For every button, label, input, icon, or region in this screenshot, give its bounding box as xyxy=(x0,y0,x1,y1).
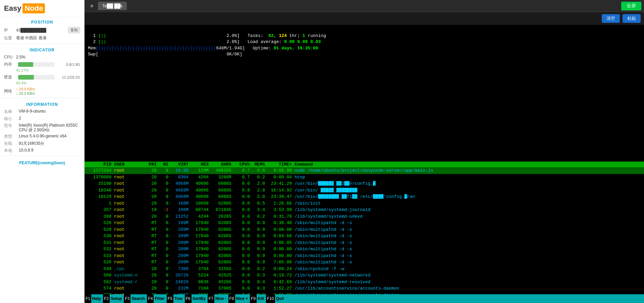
col-pri: PRI xyxy=(142,162,157,167)
net-indicator: 网络 ↑ 20.5 KB/s ↓ 10.2 KB/s xyxy=(0,86,84,96)
fn-key-label: F10 xyxy=(266,294,275,303)
feature-title: FEATURE(comingSoon) xyxy=(0,157,84,167)
fn-key-label: F5 xyxy=(167,294,173,303)
disk-bar xyxy=(18,75,55,80)
table-row: 357root19-1166M6874467184 S0.03.4 3:53.9… xyxy=(85,207,644,213)
top-right-buttons: 全屏 xyxy=(621,2,641,10)
col-user: USER xyxy=(111,162,142,167)
mem-bar-fill xyxy=(18,62,33,67)
table-row: 529rootRT0209M179408200 S0.00.9 0:00.00/… xyxy=(85,226,644,233)
col-res: RES xyxy=(189,162,209,167)
col-pid: PID xyxy=(88,162,111,167)
table-row: 574root200232M71043700 S0.00.3 1:52.27/u… xyxy=(85,285,644,292)
type-row: 类型 Linux 5.4.0-90-generic x64 xyxy=(0,133,84,140)
col-s: S xyxy=(229,162,235,167)
function-key-bar: F1HelpF2SetupF3SearchF4FilterF5TreeF6Sor… xyxy=(85,294,644,303)
fn-f10-button[interactable]: F10Quit xyxy=(266,294,286,303)
tab-label: Te██ ██k xyxy=(102,3,123,8)
table-row: 526rootRT0209M179408200 S0.00.9 7:05.06/… xyxy=(85,259,644,266)
core-value: 2 xyxy=(19,116,80,122)
model-label: 型号 xyxy=(4,123,16,132)
type-label: 类型 xyxy=(4,134,16,139)
fn-f6-button[interactable]: F6SortBy xyxy=(185,294,208,303)
col-ni: NI xyxy=(157,162,168,167)
disk-size: 12.2/28.2G xyxy=(57,75,80,79)
table-row: 388root2002125242442828 S0.00.2 0:31.76/… xyxy=(85,213,644,220)
copy-ip-button[interactable]: 复制 xyxy=(68,27,80,33)
fn-f3-button[interactable]: F3Search xyxy=(124,294,147,303)
logo-area: Easy Node xyxy=(0,0,84,17)
location-row: 位置 香港 中西区 香港 xyxy=(0,34,84,42)
fn-key-label: F6 xyxy=(185,294,192,303)
net-label: 网络 xyxy=(4,88,16,94)
fn-action-label: SortBy xyxy=(192,296,208,301)
fn-action-label: Nice - xyxy=(214,296,228,301)
col-cmd: Command xyxy=(292,162,313,167)
fn-f7-button[interactable]: F7Nice - xyxy=(208,294,228,303)
disk-pct: 43.4% xyxy=(16,81,26,85)
fullscreen-button[interactable]: 全屏 xyxy=(621,2,641,10)
vm-name-label: 名称 xyxy=(4,109,16,115)
terminal-output[interactable]: 1 [|| 2.0%] Tasks: 62, 124 thr; 1 runnin… xyxy=(85,25,644,162)
ip-label: IP xyxy=(4,28,16,33)
main-content: + Te██ ██k 全屏 清空 粘贴 1 [|| 2.0%] Tasks: 6… xyxy=(85,0,644,303)
htop-table-area: PID USER PRI NI VIRT RES SHR S CPU% MEM%… xyxy=(85,162,644,294)
process-list: 1377264root20010.9G119M40620 S0.76.0 0:0… xyxy=(85,167,644,294)
tabbar: + Te██ ██k 全屏 xyxy=(85,0,644,12)
type-value: Linux 5.4.0-90-generic x64 xyxy=(19,134,80,139)
net-up: ↑ 20.5 KB/s xyxy=(16,87,35,91)
model-value: Intel(R) Xeon(R) Platinum 8255C CPU @ 2.… xyxy=(19,123,80,132)
mem-line: Mem xyxy=(88,46,96,51)
position-title: POSITION xyxy=(0,17,84,26)
vm-name-value: VM-8-9-ubuntu xyxy=(19,109,80,115)
disk-bar-fill xyxy=(18,75,34,80)
disk-label: 硬盘 xyxy=(4,74,16,80)
table-row: 562systemd-r2002402886364528 S0.00.4 0:4… xyxy=(85,279,644,286)
fn-f2-button[interactable]: F2Setup xyxy=(103,294,124,303)
fn-f5-button[interactable]: F5Tree xyxy=(167,294,185,303)
model-row: 型号 Intel(R) Xeon(R) Platinum 8255C CPU @… xyxy=(0,122,84,133)
add-tab-button[interactable]: + xyxy=(87,3,97,9)
cpu2-line: 2 xyxy=(88,39,98,44)
clear-button[interactable]: 清空 xyxy=(602,14,620,23)
fn-f9-button[interactable]: F9Kill xyxy=(250,294,266,303)
core-row: 核心 2 xyxy=(0,115,84,122)
table-row: 18340root2004868M400966088 S0.02.0 16:14… xyxy=(85,187,644,194)
fn-action-label: Quit xyxy=(275,296,286,301)
fn-key-label: F8 xyxy=(228,294,235,303)
table-row: 1377264root20010.9G119M40620 S0.76.0 0:0… xyxy=(85,167,644,174)
mem-size: 0.8/1.9G xyxy=(57,62,80,67)
paste-button[interactable]: 粘贴 xyxy=(623,14,641,23)
online-row: 在线 91天16时35分 xyxy=(0,140,84,147)
sidebar: Easy Node POSITION IP 43█████████ 复制 位置 … xyxy=(0,0,85,303)
local-label: 本地 xyxy=(4,148,16,154)
table-row: 1378080root200830442643288 R0.70.2 0:00.… xyxy=(85,174,644,181)
table-row: 560systemd-n2002672852244252 S0.00.3 0:1… xyxy=(85,272,644,279)
mem-pct: 41.17% xyxy=(16,68,29,72)
fn-key-label: F9 xyxy=(250,294,257,303)
vm-name-row: 名称 VM-8-9-ubuntu xyxy=(0,108,84,115)
tab-terminal[interactable]: Te██ ██k xyxy=(98,2,127,10)
logo-easy: Easy xyxy=(4,4,21,13)
indicator-title: INDICATOR xyxy=(0,45,84,54)
mem-bar xyxy=(18,62,55,67)
cpu-label: CPU xyxy=(4,55,16,59)
fn-f1-button[interactable]: F1Help xyxy=(85,294,103,303)
location-label: 位置 xyxy=(4,35,16,41)
mem-pct-row: 41.17% xyxy=(0,68,84,73)
ip-row: IP 43█████████ 复制 xyxy=(0,26,84,34)
fn-f4-button[interactable]: F4Filter xyxy=(147,294,166,303)
table-row: 528rootRT0209M179408200 S0.00.9 0:30.40/… xyxy=(85,220,644,226)
col-virt: VIRT xyxy=(168,162,189,167)
fn-f8-button[interactable]: F8Nice + xyxy=(228,294,250,303)
disk-indicator: 硬盘 12.2/28.2G xyxy=(0,73,84,81)
information-title: INFORMATION xyxy=(0,99,84,108)
fn-key-label: F1 xyxy=(85,294,91,303)
table-row: 549_rpc200730037643156 S0.00.2 0:09.24/s… xyxy=(85,266,644,272)
table-row: 531rootRT0209M179408200 S0.00.9 4:00.05/… xyxy=(85,240,644,246)
fn-action-label: Help xyxy=(91,296,103,301)
terminal-actions: 清空 粘贴 xyxy=(85,12,644,25)
table-row: 25190root2004868M400966088 S0.02.0 23:41… xyxy=(85,180,644,187)
cpu-value: 2.5% xyxy=(16,55,28,59)
mem-label: 内存 xyxy=(4,61,16,67)
